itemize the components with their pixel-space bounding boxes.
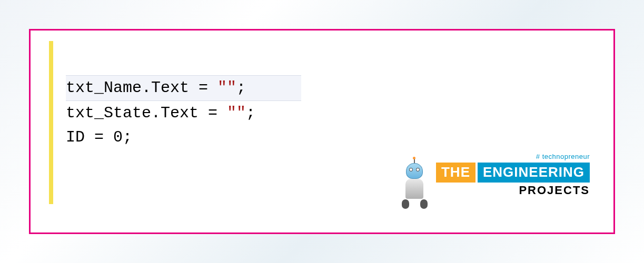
logo-wordmark: THE ENGINEERING — [436, 163, 590, 183]
string-literal: "" — [217, 79, 236, 97]
robot-antenna — [414, 159, 415, 163]
code-line-1: txt_Name.Text = ""; — [66, 75, 301, 101]
robot-eye — [409, 168, 413, 171]
tagline-text: # technopreneur — [436, 153, 590, 160]
code-line-2: txt_State.Text = ""; — [66, 101, 301, 126]
number-literal: 0 — [113, 128, 123, 146]
robot-body — [405, 179, 423, 199]
robot-mascot-icon — [398, 159, 432, 209]
logo-word-projects: PROJECTS — [436, 184, 590, 197]
content-frame: txt_Name.Text = ""; txt_State.Text = "";… — [29, 29, 615, 234]
robot-head — [406, 163, 423, 179]
code-text: ID = — [66, 128, 113, 146]
code-text: ; — [246, 104, 255, 122]
code-block: txt_Name.Text = ""; txt_State.Text = "";… — [66, 75, 301, 150]
robot-eye — [416, 168, 420, 171]
logo-word-engineering: ENGINEERING — [478, 163, 590, 183]
logo-word-the: THE — [436, 163, 475, 183]
string-literal: "" — [227, 104, 246, 122]
code-text: txt_Name.Text = — [66, 79, 217, 97]
code-text: ; — [236, 79, 246, 97]
code-text: ; — [123, 128, 132, 146]
brand-logo: # technopreneur THE ENGINEERING PROJECTS — [398, 153, 590, 209]
robot-wheel — [420, 199, 428, 209]
editor-modified-indicator — [49, 41, 53, 204]
logo-text-block: # technopreneur THE ENGINEERING PROJECTS — [436, 153, 590, 197]
code-line-3: ID = 0; — [66, 125, 301, 150]
code-text: txt_State.Text = — [66, 104, 227, 122]
code-snippet-container: txt_Name.Text = ""; txt_State.Text = "";… — [49, 41, 333, 204]
robot-wheel — [402, 199, 409, 209]
